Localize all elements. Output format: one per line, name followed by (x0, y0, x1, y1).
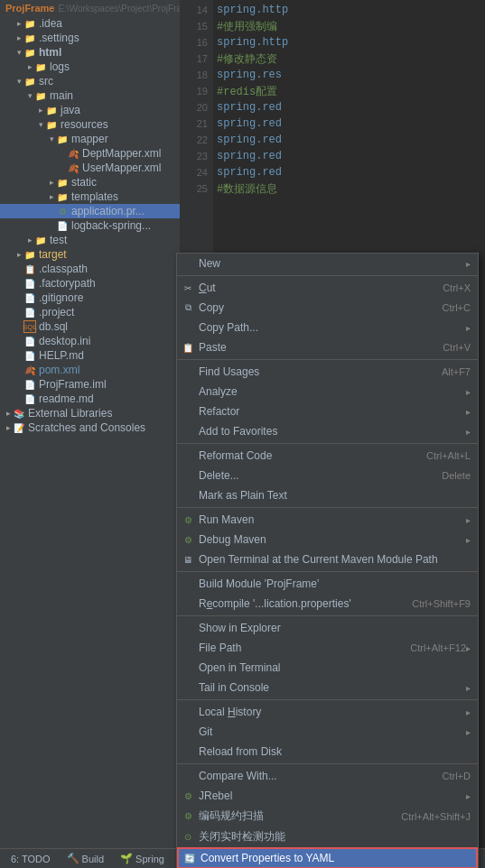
code-line-18: spring.res (217, 67, 481, 83)
jrebel-icon: ⚙ (181, 789, 195, 803)
menu-item-reformat[interactable]: Reformat Code Ctrl+Alt+L (177, 446, 478, 466)
menu-item-build-module[interactable]: Build Module 'ProjFrame' (177, 574, 478, 594)
menu-label-compare: Compare With... (199, 770, 434, 782)
tree-item-main[interactable]: 📁 main (0, 88, 180, 103)
label-logback: logback-spring... (71, 219, 151, 232)
menu-item-open-terminal[interactable]: Open in Terminal (177, 658, 478, 678)
tab-build[interactable]: 🔨 Build (60, 851, 111, 866)
menu-item-copy[interactable]: ⧉ Copy Ctrl+C (177, 298, 478, 318)
menu-item-scan[interactable]: ⚙ 编码规约扫描 Ctrl+Alt+Shift+J (177, 806, 478, 826)
icon-desktop: 📄 (23, 335, 36, 347)
tree-item-java[interactable]: 📁 java (0, 103, 180, 117)
label-factorypath: .factorypath (39, 277, 96, 290)
menu-item-reload-disk[interactable]: Reload from Disk (177, 742, 478, 762)
label-application: application.pr... (71, 205, 145, 217)
arrow-java (36, 106, 45, 115)
label-java: java (61, 104, 80, 116)
menu-item-copy-path[interactable]: Copy Path... (177, 318, 478, 337)
tab-spring[interactable]: 🌱 Spring (113, 851, 172, 866)
tree-item-logs[interactable]: 📁 logs (0, 60, 180, 74)
menu-item-analyze[interactable]: Analyze (177, 382, 478, 402)
cut-icon: ✂ (181, 281, 195, 295)
menu-item-recompile[interactable]: Recompile '...lication.properties' Ctrl+… (177, 594, 478, 614)
menu-item-debug-maven[interactable]: ⚙ Debug Maven (177, 530, 478, 549)
menu-sep-4 (177, 507, 478, 508)
icon-deptmapper: 🍂 (67, 147, 79, 160)
tab-todo[interactable]: 6: TODO (4, 852, 58, 866)
menu-item-find-usages[interactable]: Find Usages Alt+F7 (177, 362, 478, 382)
tree-item-html[interactable]: 📁 html (0, 45, 180, 60)
tree-item-application[interactable]: ⚙ application.pr... (0, 204, 180, 218)
tree-item-pom[interactable]: 🍂 pom.xml (0, 363, 180, 377)
tree-item-target[interactable]: 📁 target (0, 247, 180, 262)
menu-item-paste[interactable]: 📋 Paste Ctrl+V (177, 337, 478, 357)
menu-item-mark-plain[interactable]: Mark as Plain Text (177, 485, 478, 505)
menu-item-git[interactable]: Git (177, 722, 478, 742)
line-25: 25 (181, 180, 213, 197)
menu-item-local-history[interactable]: Local History (177, 702, 478, 722)
menu-item-favorites[interactable]: Add to Favorites (177, 421, 478, 441)
tree-item-scratches[interactable]: 📝 Scratches and Consoles (0, 420, 180, 435)
shortcut-scan: Ctrl+Alt+Shift+J (401, 811, 471, 822)
tree-item-classpath[interactable]: 📋 .classpath (0, 262, 180, 276)
tree-item-resources[interactable]: 📁 resources (0, 117, 180, 132)
tree-item-usermapper[interactable]: 🍂 UserMapper.xml (0, 161, 180, 175)
menu-item-delete[interactable]: Delete... Delete (177, 466, 478, 485)
tree-item-extlibs[interactable]: 📚 External Libraries (0, 406, 180, 420)
tree-item-desktop[interactable]: 📄 desktop.ini (0, 334, 180, 348)
label-gitignore: .gitignore (39, 291, 83, 304)
tree-item-help[interactable]: 📄 HELP.md (0, 348, 180, 363)
tree-item-factorypath[interactable]: 📄 .factorypath (0, 276, 180, 291)
tree-item-test[interactable]: 📁 test (0, 233, 180, 247)
menu-item-realtime[interactable]: ⊙ 关闭实时检测功能 (177, 826, 478, 847)
tree-item-src[interactable]: 📁 src (0, 74, 180, 88)
shortcut-find-usages: Alt+F7 (442, 366, 471, 377)
label-projframeiml: ProjFrame.iml (39, 378, 107, 391)
menu-item-convert-yaml[interactable]: 🔄 Convert Properties to YAML (177, 847, 478, 868)
folder-icon-static: 📁 (56, 176, 69, 189)
menu-label-copy-path: Copy Path... (199, 321, 466, 334)
tree-item-logback[interactable]: 📄 logback-spring... (0, 218, 180, 233)
folder-icon-logs: 📁 (34, 60, 47, 73)
menu-item-new[interactable]: New (177, 254, 478, 273)
label-test: test (50, 234, 67, 246)
tree-item-readme[interactable]: 📄 readme.md (0, 392, 180, 406)
menu-item-file-path[interactable]: File Path Ctrl+Alt+F12 (177, 638, 478, 658)
line-22: 22 (181, 132, 213, 148)
menu-label-reload-disk: Reload from Disk (199, 745, 471, 758)
menu-item-jrebel[interactable]: ⚙ JRebel (177, 786, 478, 806)
arrow-resources (36, 120, 45, 129)
tree-item-templates[interactable]: 📁 templates (0, 189, 180, 204)
label-scratches: Scratches and Consoles (28, 421, 145, 434)
icon-gitignore: 📄 (23, 291, 36, 304)
tree-item-static[interactable]: 📁 static (0, 175, 180, 189)
menu-label-realtime: 关闭实时检测功能 (199, 829, 471, 845)
label-src: src (39, 75, 53, 88)
menu-item-tail-console[interactable]: Tail in Console (177, 678, 478, 697)
arrow-mapper (47, 134, 56, 143)
tree-item-project-file[interactable]: 📄 .project (0, 305, 180, 319)
menu-item-show-explorer[interactable]: Show in Explorer (177, 618, 478, 638)
menu-item-refactor[interactable]: Refactor (177, 402, 478, 421)
menu-item-cut[interactable]: ✂ Cut Ctrl+X (177, 278, 478, 298)
menu-label-refactor: Refactor (199, 405, 466, 418)
menu-sep-3 (177, 443, 478, 444)
tree-item-projframeiml[interactable]: 📄 ProjFrame.iml (0, 377, 180, 392)
line-21: 21 (181, 115, 213, 132)
menu-item-run-maven[interactable]: ⚙ Run Maven (177, 510, 478, 530)
arrow-scratches (4, 423, 13, 432)
code-line-24: spring.red (217, 164, 481, 180)
tree-item-mapper[interactable]: 📁 mapper (0, 132, 180, 146)
tree-item-settings[interactable]: 📁 .settings (0, 31, 180, 45)
tree-item-idea[interactable]: 📁 .idea (0, 16, 180, 31)
menu-item-compare[interactable]: Compare With... Ctrl+D (177, 766, 478, 786)
tree-item-deptmapper[interactable]: 🍂 DeptMapper.xml (0, 146, 180, 161)
tree-item-dbsql[interactable]: SQL db.sql (0, 319, 180, 334)
shortcut-copy: Ctrl+C (443, 302, 471, 313)
tab-todo-label: 6: TODO (11, 854, 51, 864)
menu-item-open-terminal-maven[interactable]: 🖥 Open Terminal at the Current Maven Mod… (177, 549, 478, 569)
label-help: HELP.md (39, 349, 84, 362)
folder-icon-idea: 📁 (23, 17, 36, 30)
arrow-settings (14, 33, 23, 42)
tree-item-gitignore[interactable]: 📄 .gitignore (0, 291, 180, 305)
